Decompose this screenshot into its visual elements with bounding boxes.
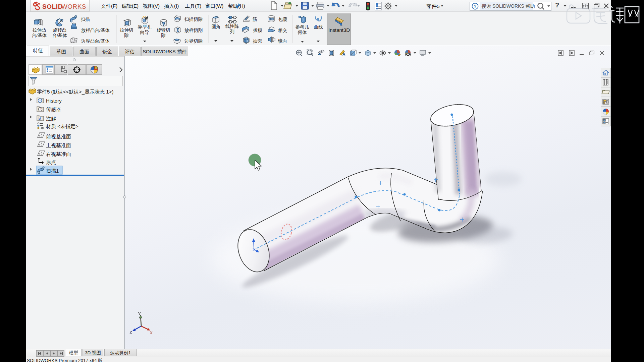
svg-text:A: A <box>39 117 41 121</box>
svg-text:Z: Z <box>129 330 132 335</box>
svg-text:Y: Y <box>138 311 141 316</box>
svg-text:X: X <box>150 330 153 335</box>
svg-text:SOLID: SOLID <box>42 3 63 10</box>
svg-text:A: A <box>342 52 345 57</box>
svg-text:WORKS: WORKS <box>61 3 86 10</box>
svg-text:?: ? <box>474 4 477 9</box>
